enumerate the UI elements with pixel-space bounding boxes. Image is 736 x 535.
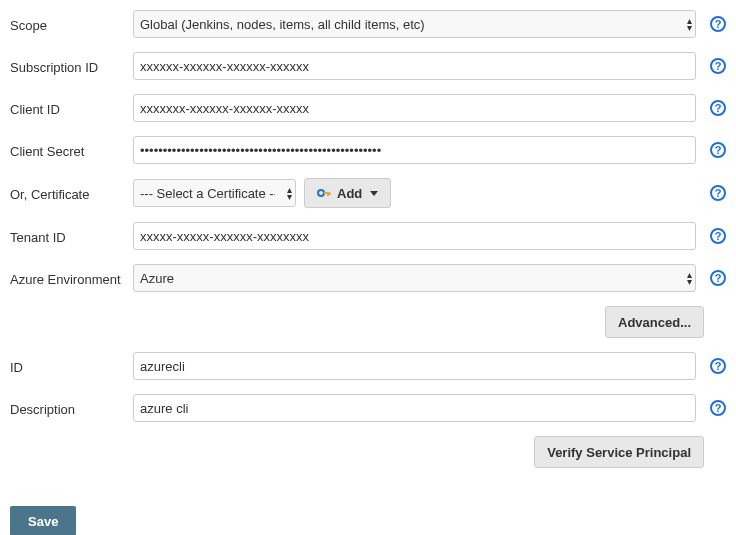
- save-button[interactable]: Save: [10, 506, 76, 535]
- svg-text:?: ?: [715, 102, 722, 114]
- label-azure-env: Azure Environment: [10, 270, 133, 287]
- description-input[interactable]: [133, 394, 696, 422]
- svg-text:?: ?: [715, 402, 722, 414]
- row-client-id: Client ID ?: [10, 94, 726, 122]
- svg-text:?: ?: [715, 360, 722, 372]
- label-certificate: Or, Certificate: [10, 185, 133, 202]
- svg-text:?: ?: [715, 60, 722, 72]
- verify-service-principal-button[interactable]: Verify Service Principal: [534, 436, 704, 468]
- row-client-secret: Client Secret ?: [10, 136, 726, 164]
- row-azure-env: Azure Environment Azure ▴▾ ?: [10, 264, 726, 292]
- label-subscription-id: Subscription ID: [10, 58, 133, 75]
- azure-env-select-wrap: Azure ▴▾: [133, 264, 696, 292]
- scope-select-wrap: Global (Jenkins, nodes, items, all child…: [133, 10, 696, 38]
- svg-text:?: ?: [715, 187, 722, 199]
- client-id-input[interactable]: [133, 94, 696, 122]
- certificate-select[interactable]: --- Select a Certificate ---: [133, 179, 296, 207]
- row-tenant-id: Tenant ID ?: [10, 222, 726, 250]
- verify-row: Verify Service Principal: [133, 436, 726, 468]
- row-id: ID ?: [10, 352, 726, 380]
- label-scope: Scope: [10, 16, 133, 33]
- row-certificate: Or, Certificate --- Select a Certificate…: [10, 178, 726, 208]
- row-subscription-id: Subscription ID ?: [10, 52, 726, 80]
- svg-text:?: ?: [715, 230, 722, 242]
- row-description: Description ?: [10, 394, 726, 422]
- svg-point-8: [318, 190, 324, 196]
- row-scope: Scope Global (Jenkins, nodes, items, all…: [10, 10, 726, 38]
- label-id: ID: [10, 358, 133, 375]
- help-icon[interactable]: ?: [710, 400, 726, 416]
- certificate-select-wrap: --- Select a Certificate --- ▴▾: [133, 179, 296, 207]
- help-icon[interactable]: ?: [710, 142, 726, 158]
- help-icon[interactable]: ?: [710, 58, 726, 74]
- help-icon[interactable]: ?: [710, 270, 726, 286]
- label-description: Description: [10, 400, 133, 417]
- azure-env-select[interactable]: Azure: [133, 264, 696, 292]
- label-client-secret: Client Secret: [10, 142, 133, 159]
- scope-select[interactable]: Global (Jenkins, nodes, items, all child…: [133, 10, 696, 38]
- svg-text:?: ?: [715, 144, 722, 156]
- help-icon[interactable]: ?: [710, 100, 726, 116]
- save-row: Save: [10, 482, 726, 535]
- label-client-id: Client ID: [10, 100, 133, 117]
- svg-text:?: ?: [715, 18, 722, 30]
- client-secret-input[interactable]: [133, 136, 696, 164]
- tenant-id-input[interactable]: [133, 222, 696, 250]
- chevron-down-icon: [370, 191, 378, 196]
- add-button-label: Add: [337, 186, 362, 201]
- key-icon: [317, 186, 331, 200]
- label-tenant-id: Tenant ID: [10, 228, 133, 245]
- subscription-id-input[interactable]: [133, 52, 696, 80]
- add-certificate-button[interactable]: Add: [304, 178, 391, 208]
- svg-text:?: ?: [715, 272, 722, 284]
- advanced-button[interactable]: Advanced...: [605, 306, 704, 338]
- help-icon[interactable]: ?: [710, 16, 726, 32]
- help-icon[interactable]: ?: [710, 358, 726, 374]
- help-icon[interactable]: ?: [710, 185, 726, 201]
- id-input[interactable]: [133, 352, 696, 380]
- help-icon[interactable]: ?: [710, 228, 726, 244]
- advanced-row: Advanced...: [133, 306, 726, 338]
